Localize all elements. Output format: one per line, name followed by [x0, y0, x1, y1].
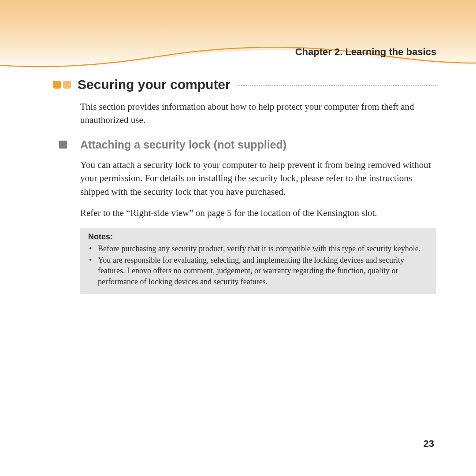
- body-paragraph: You can attach a security lock to your c…: [80, 158, 436, 198]
- subsection-title: Attaching a security lock (not supplied): [80, 138, 286, 151]
- notes-box: Notes: Before purchasing any security pr…: [80, 228, 436, 294]
- subsection-heading: Attaching a security lock (not supplied): [53, 138, 436, 151]
- page-content: Securing your computer This section prov…: [53, 77, 436, 294]
- section-intro: This section provides information about …: [80, 100, 436, 127]
- square-bullet-icon: [59, 141, 67, 149]
- list-item: You are responsible for evaluating, sele…: [98, 255, 428, 287]
- bullet-icon: [63, 81, 71, 89]
- page-number: 23: [424, 438, 434, 450]
- dashed-line: [237, 86, 436, 86]
- section-title: Securing your computer: [78, 77, 231, 92]
- section-heading: Securing your computer: [53, 77, 436, 92]
- notes-label: Notes:: [88, 232, 428, 242]
- header-swoosh: [0, 0, 476, 71]
- bullet-icon: [53, 81, 61, 89]
- list-item: Before purchasing any security product, …: [98, 243, 428, 254]
- notes-list: Before purchasing any security product, …: [88, 243, 428, 287]
- chapter-title: Chapter 2. Learning the basics: [295, 46, 436, 58]
- body-paragraph: Refer to the “Right-side view” on page 5…: [80, 206, 436, 219]
